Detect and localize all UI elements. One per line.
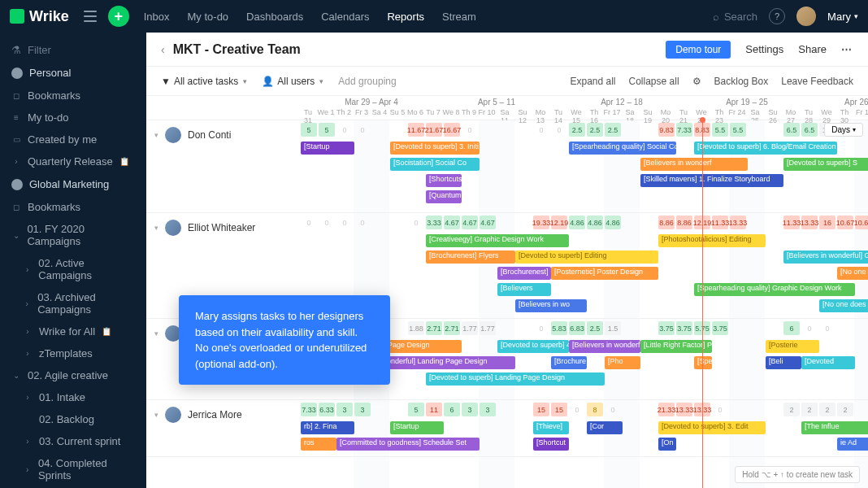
hour-cell[interactable]: 7.33	[676, 123, 692, 137]
hour-cell[interactable]: 11.33	[712, 216, 728, 229]
task-bar[interactable]: [Devoted to superb] S	[783, 158, 868, 171]
sidebar-item[interactable]: ◻Bookmarks	[0, 85, 146, 107]
hour-cell[interactable]: 2	[783, 403, 800, 416]
hour-cell[interactable]: 5.83	[551, 321, 567, 335]
task-bar[interactable]: [Creativeegy] Graphic Design Work	[426, 234, 569, 247]
collapse-all[interactable]: Collapse all	[629, 76, 679, 87]
sidebar-item[interactable]: ⌄02. Agile creative	[0, 364, 146, 386]
hour-cell[interactable]: 4.67	[462, 216, 478, 229]
sidebar-item[interactable]: ›02. Active Campaigns	[0, 252, 146, 286]
days-unit-select[interactable]: Days	[824, 123, 863, 137]
hour-cell[interactable]: 11.67	[408, 123, 424, 137]
hour-cell[interactable]: 1.77	[480, 321, 496, 335]
task-bar[interactable]: [On	[658, 438, 676, 451]
sidebar-item[interactable]: ›04. Completed Sprints	[0, 452, 146, 486]
task-bar[interactable]: [Beli	[766, 356, 801, 369]
hour-cell[interactable]: 3	[336, 403, 353, 416]
hour-cell[interactable]: 3.75	[712, 321, 728, 335]
task-bar[interactable]: [The Influe	[801, 421, 868, 434]
expand-all[interactable]: Expand all	[570, 76, 615, 87]
logo[interactable]: Wrike	[10, 8, 69, 25]
hour-cell[interactable]: 8	[587, 403, 603, 416]
nav-inbox[interactable]: Inbox	[144, 11, 170, 23]
hour-cell[interactable]: 6.83	[569, 321, 585, 335]
hour-cell[interactable]: 3	[462, 403, 478, 416]
hour-cell[interactable]: 15	[551, 403, 567, 416]
task-bar[interactable]: [Shortcuts	[426, 174, 462, 187]
task-bar[interactable]: [Spearheading quality] Social Co	[569, 142, 676, 155]
nav-calendars[interactable]: Calendars	[321, 11, 369, 23]
hour-cell[interactable]: 0	[712, 403, 728, 416]
hour-cell[interactable]: 0	[605, 403, 621, 416]
hour-cell[interactable]: 1.5	[605, 321, 621, 335]
task-bar[interactable]: [Devoted to superb] Editing	[515, 251, 658, 264]
users-filter[interactable]: 👤All users	[262, 76, 323, 87]
hour-cell[interactable]: 5.5	[730, 123, 746, 137]
back-chevron-icon[interactable]: ‹	[161, 43, 165, 56]
task-bar[interactable]: [Photoshootalicious] Editing	[658, 234, 766, 247]
hour-cell[interactable]: 10.67	[837, 216, 853, 229]
hour-cell[interactable]: 3.75	[676, 321, 692, 335]
task-bar[interactable]: [Brochurenest] Flyers	[426, 251, 515, 264]
task-bar[interactable]: [Believers	[497, 283, 551, 296]
task-bar[interactable]: [Believers in wo	[515, 299, 587, 312]
hour-cell[interactable]: 3.33	[426, 216, 442, 229]
hour-cell[interactable]: 2.71	[426, 321, 442, 335]
task-bar[interactable]: [Socistation] Social Co	[390, 158, 480, 171]
hour-cell[interactable]: 11	[426, 403, 442, 416]
chevron-down-icon[interactable]	[154, 131, 158, 139]
hour-cell[interactable]: 3.75	[658, 321, 675, 335]
hour-cell[interactable]: 4.86	[587, 216, 603, 229]
hour-cell[interactable]: 21.33	[658, 403, 675, 416]
help-icon[interactable]: ?	[769, 8, 785, 24]
hour-cell[interactable]: 6.5	[783, 123, 800, 137]
tasks-filter[interactable]: ▼All active tasks	[161, 76, 247, 87]
hour-cell[interactable]: 4.67	[480, 216, 496, 229]
hour-cell[interactable]: 4.86	[605, 216, 621, 229]
backlog-box[interactable]: Backlog Box	[714, 76, 769, 87]
hour-cell[interactable]: 0	[569, 403, 585, 416]
hour-cell[interactable]: 0	[354, 216, 371, 229]
hour-cell[interactable]: 2.5	[587, 321, 603, 335]
task-bar[interactable]: [Believers in wonderf	[569, 340, 640, 353]
hour-cell[interactable]: 2.5	[605, 123, 621, 137]
hour-cell[interactable]: 6.5	[801, 123, 818, 137]
sidebar-item[interactable]: ▭Created by me	[0, 129, 146, 150]
task-bar[interactable]: [Pho	[605, 356, 640, 369]
sidebar-item[interactable]: ⌄01. FY 2020 Campaigns	[0, 218, 146, 252]
hour-cell[interactable]: 10.67	[855, 216, 868, 229]
task-bar[interactable]: [Brochure	[551, 356, 587, 369]
person-header[interactable]: Elliot Whiteaker	[146, 213, 309, 242]
sidebar-item[interactable]: ›Wrike for All 📋	[0, 320, 146, 342]
settings-link[interactable]: Settings	[745, 43, 783, 55]
task-bar[interactable]: [Cor	[587, 421, 623, 434]
nav-my-to-do[interactable]: My to-do	[188, 11, 229, 23]
hour-cell[interactable]: 3	[354, 403, 371, 416]
hour-cell[interactable]: 13.33	[730, 216, 746, 229]
share-link[interactable]: Share	[798, 43, 827, 55]
task-bar[interactable]: [Spearheading quality] Graphic Design Wo…	[694, 283, 855, 296]
task-bar[interactable]: [Thieve]	[533, 421, 569, 434]
add-grouping[interactable]: Add grouping	[338, 76, 396, 87]
person-header[interactable]: Jerrica More	[146, 400, 309, 429]
hour-cell[interactable]: 0	[551, 123, 567, 137]
sidebar-item[interactable]: ›01. Intake	[0, 386, 146, 408]
task-bar[interactable]: [Devoted to superb] 6. Blog/Email Creati…	[694, 142, 837, 155]
sidebar-item[interactable]: ›03. Current sprint	[0, 430, 146, 452]
hour-cell[interactable]: 6	[444, 403, 460, 416]
hour-cell[interactable]: 0	[462, 123, 478, 137]
task-bar[interactable]: ie Ad	[837, 438, 868, 451]
person-header[interactable]: Don Conti	[146, 120, 309, 150]
hour-cell[interactable]: 0	[336, 123, 353, 137]
hour-cell[interactable]: 2.5	[587, 123, 603, 137]
hour-cell[interactable]: 12.19	[551, 216, 567, 229]
sidebar-item[interactable]: 02. Backlog	[0, 408, 146, 430]
sidebar-item[interactable]: ›Quarterly Release 📋	[0, 150, 146, 172]
hour-cell[interactable]: 2	[819, 403, 835, 416]
sidebar-item[interactable]: ≡My to-do	[0, 107, 146, 129]
search-input[interactable]: ⌕ Search	[713, 11, 757, 23]
hour-cell[interactable]: 1.88	[408, 321, 424, 335]
hour-cell[interactable]: 2.5	[569, 123, 585, 137]
sidebar-item[interactable]: ◻Bookmarks	[0, 196, 146, 218]
task-bar[interactable]: [Devoted to superb] Landing Page Design	[426, 373, 605, 386]
